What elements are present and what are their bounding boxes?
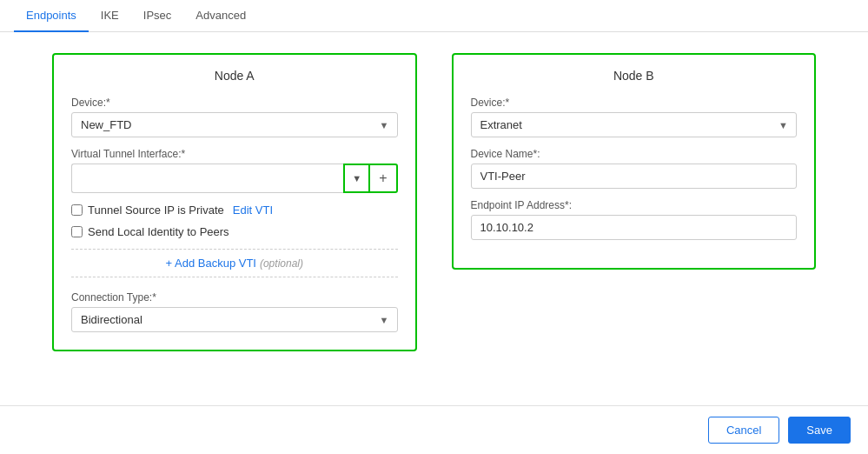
node-b-panel: Node B Device:* Extranet Device1 ▼ Devic… <box>452 53 817 270</box>
node-a-device-select[interactable]: New_FTD Device2 <box>71 112 398 137</box>
tab-endpoints[interactable]: Endpoints <box>14 0 89 32</box>
node-b-device-name-group: Device Name*: <box>471 148 798 189</box>
node-a-optional-text: (optional) <box>260 257 303 270</box>
node-a-connection-type-select-wrapper: Bidirectional Answer Only Initiate Only … <box>71 307 398 332</box>
node-a-add-backup-link[interactable]: + Add Backup VTI <box>166 257 256 270</box>
node-a-connection-type-label: Connection Type:* <box>71 291 398 304</box>
node-b-device-name-input[interactable] <box>471 164 798 189</box>
node-a-vti-group: Virtual Tunnel Interface:* ▼ + <box>71 148 398 193</box>
tab-ipsec[interactable]: IPsec <box>131 0 184 32</box>
node-a-connection-type-section: Connection Type:* Bidirectional Answer O… <box>71 291 398 332</box>
node-b-device-label: Device:* <box>471 97 798 109</box>
node-a-send-local-label: Send Local Identity to Peers <box>88 225 229 238</box>
node-a-panel: Node A Device:* New_FTD Device2 ▼ Virtua… <box>52 53 417 351</box>
footer: Cancel Save <box>0 405 868 454</box>
node-a-add-backup-row: + Add Backup VTI (optional) <box>71 249 398 277</box>
node-a-tunnel-source-row: Tunnel Source IP is Private Edit VTI <box>71 204 398 217</box>
node-a-vti-input[interactable] <box>71 164 343 193</box>
node-b-endpoint-ip-input[interactable] <box>471 215 798 240</box>
save-button[interactable]: Save <box>788 417 851 444</box>
node-b-endpoint-ip-group: Endpoint IP Address*: <box>471 199 798 240</box>
node-b-title: Node B <box>471 69 798 83</box>
node-a-title: Node A <box>71 69 398 83</box>
node-b-device-select[interactable]: Extranet Device1 <box>471 112 798 137</box>
node-a-vti-add-button[interactable]: + <box>368 164 397 193</box>
tabs-bar: Endpoints IKE IPsec Advanced <box>0 0 868 32</box>
node-a-edit-vti-link[interactable]: Edit VTI <box>233 204 273 217</box>
node-a-send-local-checkbox[interactable] <box>71 226 83 237</box>
tab-ike[interactable]: IKE <box>89 0 131 32</box>
node-a-device-select-wrapper: New_FTD Device2 ▼ <box>71 112 398 137</box>
node-b-device-select-wrapper: Extranet Device1 ▼ <box>471 112 798 137</box>
node-a-vti-dropdown-button[interactable]: ▼ <box>343 164 368 193</box>
node-a-vti-label: Virtual Tunnel Interface:* <box>71 148 398 160</box>
node-a-vti-row: ▼ + <box>71 164 398 193</box>
node-a-tunnel-source-label: Tunnel Source IP is Private <box>88 204 224 217</box>
tab-advanced[interactable]: Advanced <box>183 0 258 32</box>
node-a-device-group: Device:* New_FTD Device2 ▼ <box>71 97 398 137</box>
node-a-device-label: Device:* <box>71 97 398 109</box>
node-a-connection-type-select[interactable]: Bidirectional Answer Only Initiate Only <box>71 307 398 332</box>
content-area: Node A Device:* New_FTD Device2 ▼ Virtua… <box>0 32 868 405</box>
node-a-send-local-row: Send Local Identity to Peers <box>71 225 398 238</box>
node-b-endpoint-ip-label: Endpoint IP Address*: <box>471 199 798 211</box>
node-a-tunnel-source-checkbox[interactable] <box>71 204 83 216</box>
node-b-device-group: Device:* Extranet Device1 ▼ <box>471 97 798 137</box>
node-b-device-name-label: Device Name*: <box>471 148 798 160</box>
main-container: Endpoints IKE IPsec Advanced Node A Devi… <box>0 0 868 454</box>
cancel-button[interactable]: Cancel <box>708 417 779 444</box>
